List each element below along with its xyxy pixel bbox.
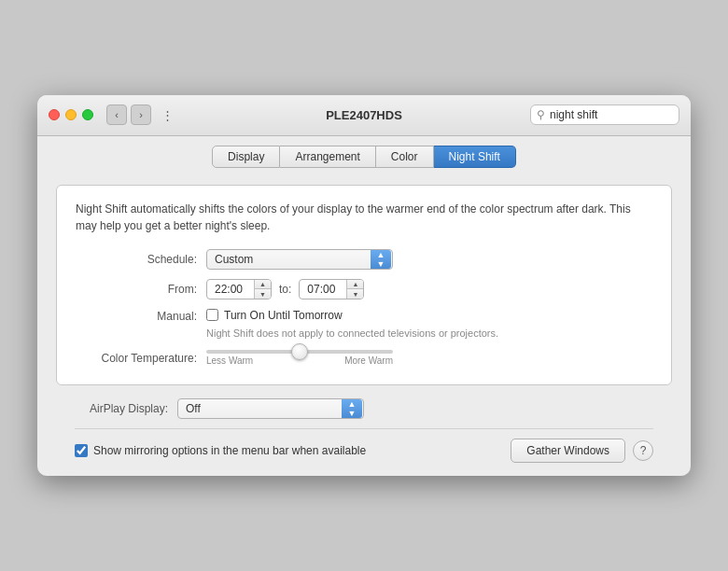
footer-buttons: Gather Windows ? bbox=[511, 439, 653, 463]
slider-wrapper: Less Warm More Warm bbox=[206, 350, 652, 366]
airplay-label: AirPlay Display: bbox=[75, 402, 168, 415]
more-warm-label: More Warm bbox=[344, 355, 393, 366]
schedule-row: Schedule: Off Sunrise to Sunset Custom ▲… bbox=[76, 249, 652, 270]
tab-night-shift[interactable]: Night Shift bbox=[434, 146, 516, 168]
gather-windows-button[interactable]: Gather Windows bbox=[511, 439, 625, 463]
help-button[interactable]: ? bbox=[633, 440, 653, 461]
bottom-area: AirPlay Display: Off ▲▼ Show mirroring o… bbox=[56, 398, 672, 463]
manual-checkbox-label: Turn On Until Tomorrow bbox=[224, 309, 343, 322]
to-stepper-up[interactable]: ▲ bbox=[346, 280, 363, 290]
tab-display[interactable]: Display bbox=[212, 146, 280, 168]
mirror-group: Show mirroring options in the menu bar w… bbox=[75, 444, 366, 457]
main-content: Night Shift automatically shifts the col… bbox=[37, 175, 691, 476]
manual-row: Manual: Turn On Until Tomorrow bbox=[76, 309, 652, 323]
from-time-wrapper: ▲ ▼ bbox=[206, 279, 272, 299]
to-stepper-down[interactable]: ▼ bbox=[346, 289, 363, 299]
slider-track-area bbox=[206, 350, 652, 354]
airplay-select[interactable]: Off bbox=[177, 398, 364, 419]
color-temp-label: Color Temperature: bbox=[76, 352, 197, 365]
maximize-button[interactable] bbox=[82, 109, 93, 120]
mirror-checkbox[interactable] bbox=[75, 444, 88, 457]
night-shift-panel: Night Shift automatically shifts the col… bbox=[56, 185, 672, 385]
description-text: Night Shift automatically shifts the col… bbox=[76, 201, 652, 234]
manual-checkbox[interactable] bbox=[206, 309, 218, 321]
tabs-bar: Display Arrangement Color Night Shift bbox=[37, 136, 691, 175]
close-button[interactable] bbox=[49, 109, 60, 120]
from-stepper-down[interactable]: ▼ bbox=[254, 289, 271, 299]
to-label: to: bbox=[279, 283, 291, 296]
airplay-row: AirPlay Display: Off ▲▼ bbox=[75, 398, 653, 419]
time-row: From: ▲ ▼ to: ▲ ▼ bbox=[76, 279, 652, 299]
footer-divider bbox=[75, 428, 653, 429]
from-time-stepper: ▲ ▼ bbox=[254, 280, 271, 299]
to-time-stepper: ▲ ▼ bbox=[346, 280, 363, 299]
color-temp-slider[interactable] bbox=[206, 350, 393, 354]
schedule-label: Schedule: bbox=[76, 253, 197, 266]
tab-color[interactable]: Color bbox=[376, 146, 434, 168]
window-title: PLE2407HDS bbox=[326, 108, 402, 122]
forward-button[interactable]: › bbox=[131, 104, 151, 125]
tab-arrangement[interactable]: Arrangement bbox=[280, 146, 375, 168]
from-label: From: bbox=[76, 283, 197, 296]
less-warm-label: Less Warm bbox=[206, 355, 253, 366]
mirror-label: Show mirroring options in the menu bar w… bbox=[93, 444, 366, 457]
grid-button[interactable]: ⋮ bbox=[157, 104, 177, 125]
footer-row: Show mirroring options in the menu bar w… bbox=[75, 439, 653, 463]
traffic-lights bbox=[49, 109, 93, 120]
search-icon: ⚲ bbox=[537, 108, 545, 121]
schedule-select-wrapper: Off Sunrise to Sunset Custom ▲▼ bbox=[206, 249, 393, 270]
nav-buttons: ‹ › bbox=[106, 104, 151, 125]
time-group: ▲ ▼ to: ▲ ▼ bbox=[206, 279, 364, 299]
from-stepper-up[interactable]: ▲ bbox=[254, 280, 271, 290]
airplay-select-wrapper: Off ▲▼ bbox=[177, 398, 364, 419]
manual-checkbox-group: Turn On Until Tomorrow bbox=[206, 309, 343, 322]
main-window: ‹ › ⋮ PLE2407HDS ⚲ ✕ Display Arrangement… bbox=[37, 95, 691, 476]
note-text: Night Shift does not apply to connected … bbox=[206, 327, 652, 341]
back-button[interactable]: ‹ bbox=[106, 104, 127, 125]
slider-labels: Less Warm More Warm bbox=[206, 355, 393, 366]
titlebar: ‹ › ⋮ PLE2407HDS ⚲ ✕ bbox=[37, 95, 691, 136]
search-input[interactable] bbox=[550, 108, 690, 121]
schedule-select[interactable]: Off Sunrise to Sunset Custom bbox=[206, 249, 393, 270]
manual-label: Manual: bbox=[76, 309, 197, 323]
minimize-button[interactable] bbox=[65, 109, 77, 120]
to-time-wrapper: ▲ ▼ bbox=[299, 279, 364, 299]
color-temp-row: Color Temperature: Less Warm More Warm bbox=[76, 350, 652, 366]
search-box: ⚲ ✕ bbox=[530, 104, 679, 125]
